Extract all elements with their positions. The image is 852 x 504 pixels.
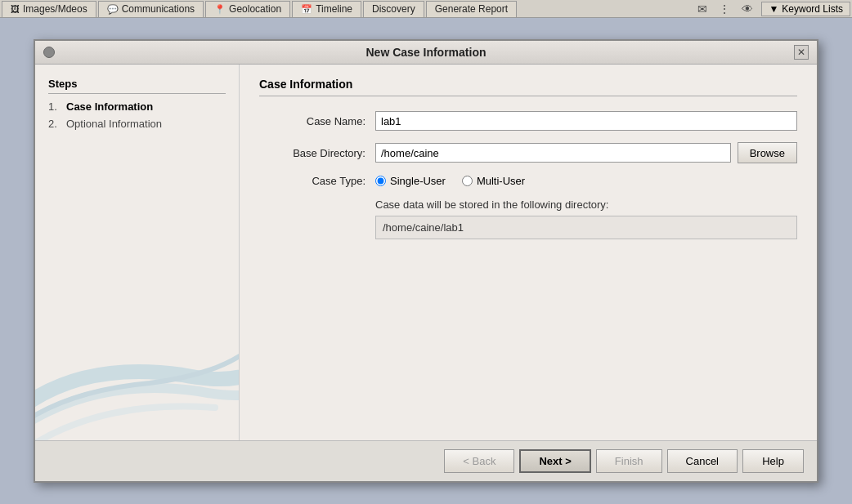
keyword-icon: ▼	[769, 3, 778, 15]
next-button[interactable]: Next >	[519, 449, 590, 473]
base-directory-row: Base Directory: Browse	[259, 142, 797, 163]
keyword-lists-btn[interactable]: ▼ Keyword Lists	[761, 2, 850, 16]
main-area: New Case Information ✕ Steps 1. Case Inf…	[0, 18, 852, 504]
dialog-title: New Case Information	[43, 46, 809, 59]
content-panel: Case Information Case Name: Base Directo…	[240, 65, 817, 440]
step-1-label: Case Information	[66, 100, 153, 113]
tab-discovery[interactable]: Discovery	[363, 1, 424, 17]
step-2: 2. Optional Information	[48, 118, 226, 130]
section-title: Case Information	[259, 78, 797, 96]
tab-geolocation[interactable]: 📍 Geolocation	[205, 1, 290, 17]
case-type-label: Case Type:	[259, 175, 365, 187]
dialog-body: Steps 1. Case Information 2. Optional In…	[35, 65, 817, 440]
close-button[interactable]: ✕	[794, 45, 809, 60]
base-directory-input[interactable]	[375, 143, 731, 163]
dialog-titlebar: New Case Information ✕	[35, 41, 817, 65]
step-2-label: Optional Information	[66, 118, 162, 130]
separator-icon-btn: ⋮	[715, 2, 733, 16]
step-1: 1. Case Information	[48, 100, 226, 113]
case-name-label: Case Name:	[259, 115, 365, 127]
case-name-input[interactable]	[375, 111, 797, 131]
cancel-button[interactable]: Cancel	[667, 449, 738, 473]
step-1-number: 1.	[48, 100, 61, 113]
case-type-row: Case Type: Single-User Multi-User	[259, 175, 797, 187]
timeline-icon: 📅	[301, 4, 312, 15]
top-tab-bar: 🖼 Images/Mdeos 💬 Communications 📍 Geoloc…	[0, 0, 852, 18]
help-button[interactable]: Help	[742, 449, 804, 473]
finish-button[interactable]: Finish	[596, 449, 662, 473]
new-case-dialog: New Case Information ✕ Steps 1. Case Inf…	[34, 39, 818, 483]
single-user-radio[interactable]	[375, 176, 386, 186]
tab-communications[interactable]: 💬 Communications	[98, 1, 204, 17]
mail-icon-btn[interactable]: ✉	[694, 2, 711, 16]
multi-user-option[interactable]: Multi-User	[462, 175, 525, 187]
tab-timeline[interactable]: 📅 Timeline	[292, 1, 361, 17]
dialog-footer: < Back Next > Finish Cancel Help	[35, 440, 817, 481]
browse-button[interactable]: Browse	[738, 142, 797, 163]
steps-panel: Steps 1. Case Information 2. Optional In…	[35, 65, 240, 440]
communications-icon: 💬	[107, 4, 119, 15]
multi-user-radio[interactable]	[462, 176, 473, 186]
single-user-option[interactable]: Single-User	[375, 175, 446, 187]
right-toolbar: ✉ ⋮ 👁 ▼ Keyword Lists	[694, 2, 850, 16]
steps-heading: Steps	[48, 78, 226, 94]
window-dot	[43, 47, 55, 58]
case-type-radio-group: Single-User Multi-User	[375, 175, 525, 187]
directory-info-text: Case data will be stored in the followin…	[375, 198, 797, 211]
case-name-row: Case Name:	[259, 111, 797, 131]
tab-images-videos[interactable]: 🖼 Images/Mdeos	[2, 1, 96, 17]
base-directory-label: Base Directory:	[259, 147, 365, 159]
images-icon: 🖼	[11, 4, 20, 14]
directory-result-display: /home/caine/lab1	[375, 216, 797, 239]
eye-icon-btn[interactable]: 👁	[738, 2, 756, 16]
back-button[interactable]: < Back	[444, 449, 514, 473]
geolocation-icon: 📍	[214, 4, 226, 15]
step-2-number: 2.	[48, 118, 61, 130]
tab-generate-report[interactable]: Generate Report	[426, 1, 517, 17]
watermark-decoration	[35, 293, 240, 440]
